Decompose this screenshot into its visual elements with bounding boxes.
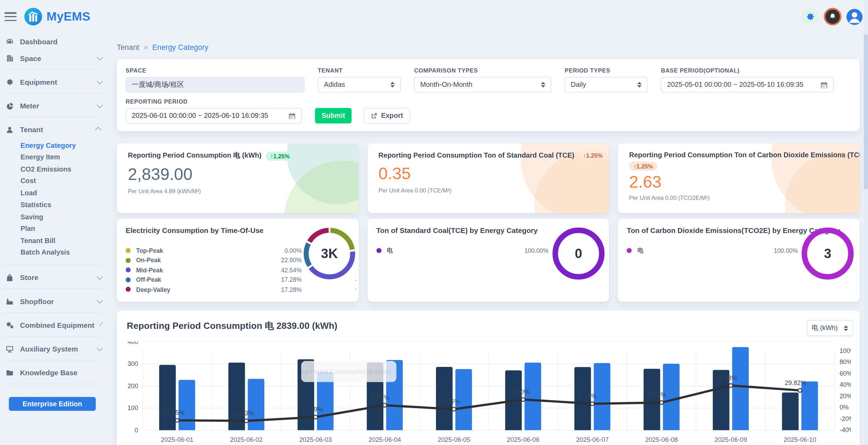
kpi-card-tco2e: Reporting Period Consumption Ton of Carb… <box>618 143 860 213</box>
legend-row[interactable]: Mid-Peak42.54% <box>126 265 302 275</box>
enterprise-edition-button[interactable]: Enterprise Edition <box>9 397 96 411</box>
sidebar-item-auxiliary-system[interactable]: Auxiliary System <box>0 340 108 357</box>
select-arrows-icon <box>390 82 395 88</box>
sidebar-item-meter[interactable]: Meter <box>0 97 108 114</box>
scrollbar-thumb[interactable] <box>864 34 868 189</box>
period-types-select[interactable]: Daily <box>565 77 648 92</box>
sidebar-item-load[interactable]: Load <box>0 187 108 199</box>
sidebar-item-tenant-bill[interactable]: Tenant Bill <box>0 235 108 247</box>
reporting-period-input[interactable]: 2025-06-01 00:00:00 ~ 2025-06-10 16:09:3… <box>126 108 302 123</box>
donut-ellipsis: . . <box>355 273 359 291</box>
breadcrumb-parent: Tenant <box>117 43 139 52</box>
donut-chart: 0 <box>551 226 606 281</box>
legend-row[interactable]: Top-Peak0.00% <box>126 246 302 256</box>
legend-percentage: 17.28% <box>281 277 302 283</box>
sidebar-item-energy-category[interactable]: Energy Category <box>0 139 108 151</box>
sidebar-item-cost[interactable]: Cost <box>0 175 108 187</box>
legend-dot-icon <box>376 248 381 253</box>
sidebar-item-knowledge-base[interactable]: Knowledge Base <box>0 364 108 381</box>
sidebar-item-space[interactable]: Space <box>0 50 108 67</box>
notifications-button[interactable] <box>824 8 841 25</box>
app-screen: MyEMS DashboardSpaceEqui <box>0 0 868 445</box>
legend-row[interactable]: Deep-Valley17.28% <box>126 285 302 294</box>
legend-dot-icon <box>126 258 130 263</box>
svg-text:300: 300 <box>128 360 138 367</box>
sidebar-item-shopfloor[interactable]: Shopfloor <box>0 293 108 310</box>
sidebar-item-combined-equipment[interactable]: Combined Equipment <box>0 317 108 333</box>
base-period-input[interactable]: 2025-05-01 00:00:00 ~ 2025-05-10 16:09:3… <box>661 77 833 92</box>
sidebar-item-statistics[interactable]: Statistics <box>0 199 108 211</box>
export-label: Export <box>381 112 403 120</box>
export-button[interactable]: Export <box>364 108 410 123</box>
legend-percentage: 100.00% <box>774 247 798 254</box>
space-input[interactable]: 一度城/商场/租区 <box>126 77 304 92</box>
space-label: SPACE <box>126 67 304 74</box>
legend-label: Deep-Valley <box>136 286 171 293</box>
sidebar-item-batch-analysis[interactable]: Batch Analysis <box>0 247 108 258</box>
bell-icon <box>829 13 836 21</box>
tenant-label: TENANT <box>318 67 401 74</box>
breadcrumb-separator: » <box>144 43 148 52</box>
kpi-row: Reporting Period Consumption 电 (kWh) ↑1.… <box>117 143 860 213</box>
sidebar-nav: DashboardSpaceEquipmentMeterTenantEnergy… <box>0 33 108 384</box>
bag-icon <box>6 273 14 281</box>
sidebar-item-co2-emissions[interactable]: CO2 Emissions <box>0 163 108 175</box>
submit-button[interactable]: Submit <box>315 108 352 123</box>
svg-text:-24.03%: -24.03% <box>230 409 254 417</box>
settings-button[interactable] <box>801 8 819 25</box>
svg-text:2025-06-01: 2025-06-01 <box>161 436 193 443</box>
legend-label: On-Peak <box>136 257 161 264</box>
chevron-up-icon <box>95 127 101 133</box>
svg-text:2025-06-04: 2025-06-04 <box>369 436 401 443</box>
gauge-icon <box>6 37 14 46</box>
legend-label: Off-Peak <box>136 277 161 283</box>
topbar: MyEMS <box>0 0 868 33</box>
space-value: 一度城/商场/租区 <box>132 80 184 89</box>
breadcrumb-current[interactable]: Energy Category <box>152 43 209 52</box>
donut-card-tce-by-category: Ton of Standard Coal(TCE) by Energy Cate… <box>368 219 609 302</box>
menu-toggle-icon[interactable] <box>5 12 17 21</box>
sidebar-item-saving[interactable]: Saving <box>0 211 108 223</box>
svg-text:3K: 3K <box>321 246 338 261</box>
kpi-value: 0.35 <box>378 164 598 183</box>
sidebar-item-plan[interactable]: Plan <box>0 223 108 235</box>
filter-panel: SPACE 一度城/商场/租区 TENANT Adidas COMPARISON… <box>117 59 860 131</box>
svg-text:2025-06-06: 2025-06-06 <box>507 436 539 443</box>
legend-row[interactable]: 电100.00% <box>376 246 549 256</box>
sidebar-item-equipment[interactable]: Equipment <box>0 74 108 90</box>
sidebar-item-label: Dashboard <box>20 37 58 46</box>
sidebar-item-tenant[interactable]: Tenant <box>0 121 108 138</box>
svg-text:29.82%: 29.82% <box>785 379 806 386</box>
donut-legend: 电100.00% <box>376 246 549 256</box>
sidebar-item-store[interactable]: Store <box>0 269 108 286</box>
sidebar-item-label: Shopfloor <box>20 297 54 306</box>
svg-text:2025-06-09: 2025-06-09 <box>715 436 747 443</box>
svg-text:0%: 0% <box>839 403 848 411</box>
comparison-value: Month-On-Month <box>420 81 473 89</box>
svg-text:2025-06-10: 2025-06-10 <box>784 436 816 443</box>
svg-text:-40%: -40% <box>839 426 851 433</box>
page-scrollbar <box>864 0 868 445</box>
svg-text:20%: 20% <box>839 392 851 400</box>
sidebar-item-label: Combined Equipment <box>20 321 94 329</box>
svg-text:80%: 80% <box>839 358 851 365</box>
base-period-label: BASE PERIOD(OPTIONAL) <box>661 67 833 74</box>
legend-row[interactable]: On-Peak22.90% <box>126 256 302 265</box>
sidebar-item-dashboard[interactable]: Dashboard <box>0 33 108 50</box>
sidebar-item-label: Auxiliary System <box>20 345 78 353</box>
account-button[interactable] <box>846 9 862 25</box>
select-arrows-icon <box>541 82 545 88</box>
svg-text:40%: 40% <box>839 381 851 388</box>
sidebar-item-energy-item[interactable]: Energy Item <box>0 151 108 163</box>
chevron-down-icon <box>100 323 103 326</box>
gears-icon <box>6 321 14 329</box>
comparison-types-select[interactable]: Month-On-Month <box>414 77 551 92</box>
pie-icon <box>6 101 14 110</box>
chart-unit-select[interactable]: 电 (kWh) <box>807 320 853 336</box>
kpi-subtext: Per Unit Area 0.00 (TCO2E/M²) <box>629 194 849 201</box>
brand-logo[interactable]: MyEMS <box>24 8 90 25</box>
legend-row[interactable]: Off-Peak17.28% <box>126 275 302 285</box>
legend-row[interactable]: 电100.00% <box>627 246 798 256</box>
kpi-trend-badge: ↑1.25% <box>629 162 657 171</box>
tenant-select[interactable]: Adidas <box>318 77 401 92</box>
